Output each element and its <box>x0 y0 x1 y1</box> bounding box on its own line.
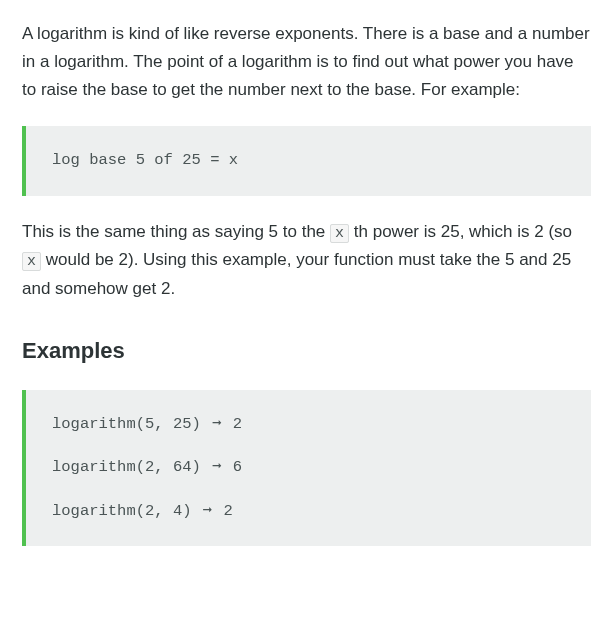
examples-heading: Examples <box>22 333 591 369</box>
example-line: logarithm(2, 64) ➞ 6 <box>52 455 565 481</box>
inline-code-x-1: x <box>330 224 349 243</box>
inline-code-x-2: x <box>22 252 41 271</box>
example-line: logarithm(2, 4) ➞ 2 <box>52 499 565 525</box>
example-call: logarithm(2, 4) <box>52 502 192 520</box>
code-block-examples: logarithm(5, 25) ➞ 2 logarithm(2, 64) ➞ … <box>22 390 591 547</box>
example-result: 2 <box>224 502 233 520</box>
explain-text-2: th power is 25, which is 2 (so <box>349 222 572 241</box>
intro-paragraph: A logarithm is kind of like reverse expo… <box>22 20 591 104</box>
code-block-definition: log base 5 of 25 = x <box>22 126 591 196</box>
example-line: logarithm(5, 25) ➞ 2 <box>52 412 565 438</box>
arrow-icon: ➞ <box>212 455 221 481</box>
example-call: logarithm(2, 64) <box>52 458 201 476</box>
explain-text-3: would be 2). Using this example, your fu… <box>22 250 571 298</box>
arrow-icon: ➞ <box>203 499 212 525</box>
example-result: 6 <box>233 458 242 476</box>
example-result: 2 <box>233 415 242 433</box>
explain-text-1: This is the same thing as saying 5 to th… <box>22 222 330 241</box>
example-call: logarithm(5, 25) <box>52 415 201 433</box>
arrow-icon: ➞ <box>212 412 221 438</box>
explanation-paragraph: This is the same thing as saying 5 to th… <box>22 218 591 304</box>
